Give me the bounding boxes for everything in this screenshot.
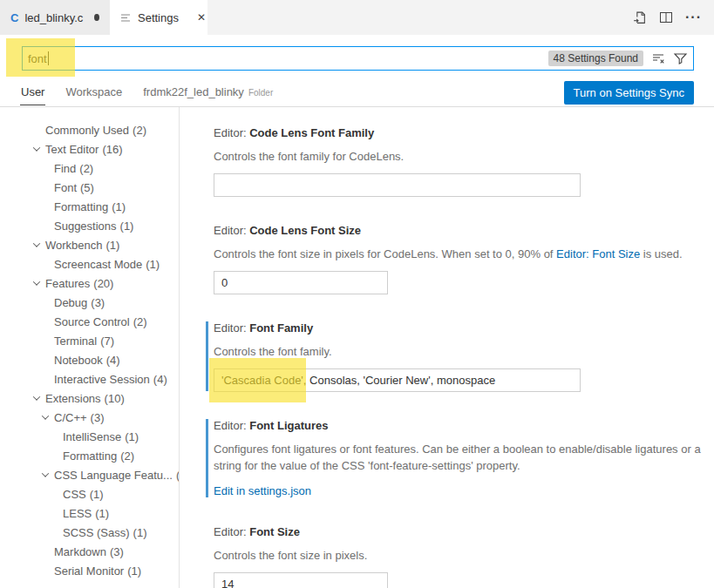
tree-item-label: Formatting: [63, 449, 117, 463]
tree-item-source-control[interactable]: Source Control(2): [0, 312, 179, 331]
tree-item-count: (3): [91, 296, 105, 309]
tree-item-label: Notebook: [54, 354, 103, 367]
setting-value-input[interactable]: 0: [214, 271, 388, 294]
setting-reference-link[interactable]: Editor: Font Size: [556, 247, 640, 260]
c-file-icon: C: [10, 11, 18, 24]
tree-item-find[interactable]: Find(2): [0, 159, 179, 178]
tree-item-count: (1): [125, 430, 139, 443]
tab-label: Settings: [138, 11, 179, 24]
tree-item-label: Debug: [54, 296, 87, 309]
editor-actions: ···: [632, 0, 714, 35]
tree-item-count: (1): [146, 258, 160, 271]
scope-tab-workspace[interactable]: Workspace: [65, 80, 123, 105]
setting-category: Editor:: [214, 321, 249, 335]
setting-category: Editor:: [214, 419, 249, 432]
settings-search-input[interactable]: font 48 Settings Found: [22, 46, 694, 71]
tree-item-font[interactable]: Font(5): [0, 178, 179, 197]
tree-item-label: CSS: [63, 488, 86, 501]
close-tab-icon[interactable]: ✕: [197, 11, 206, 24]
turn-on-settings-sync-button[interactable]: Turn on Settings Sync: [564, 81, 694, 105]
tree-item-serial-monitor[interactable]: Serial Monitor(1): [0, 561, 179, 580]
tree-item-c-c[interactable]: C/C++(3): [0, 408, 179, 427]
tree-item-scss-sass[interactable]: SCSS (Sass)(1): [0, 523, 179, 542]
tree-item-label: Find: [54, 162, 76, 175]
setting-name: Font Ligatures: [249, 419, 328, 432]
tree-item-screencast-mode[interactable]: Screencast Mode(1): [0, 254, 179, 274]
setting-description: Controls the font family for CodeLens.: [214, 148, 703, 165]
settings-scope-row: User Workspace frdmk22f_led_blinkyFolder…: [0, 78, 714, 107]
chevron-down-icon[interactable]: [33, 144, 40, 151]
chevron-down-icon[interactable]: [33, 240, 40, 247]
more-actions-icon[interactable]: ···: [685, 10, 702, 25]
tree-item-label: CSS Language Featu...: [54, 469, 173, 482]
setting-name: Font Family: [249, 321, 313, 335]
tree-item-label: Serial Monitor: [54, 564, 124, 578]
description-text: Controls the font family.: [214, 345, 332, 358]
open-settings-json-icon[interactable]: [632, 10, 647, 25]
tree-item-suggestions[interactable]: Suggestions(1): [0, 216, 179, 235]
tree-item-count: (2): [133, 315, 147, 328]
scope-tab-user[interactable]: User: [20, 80, 45, 105]
setting-name: Code Lens Font Size: [249, 224, 361, 237]
tree-item-features[interactable]: Features(20): [0, 274, 179, 293]
tree-item-markdown[interactable]: Markdown(3): [0, 542, 179, 561]
tree-item-label: Font: [54, 181, 77, 194]
tree-item-count: (5): [80, 181, 94, 194]
setting-font-family: Editor: Font FamilyControls the font fam…: [214, 321, 703, 392]
tree-item-count: (1): [133, 526, 147, 539]
tree-item-css-language-featu[interactable]: CSS Language Featu...(3): [0, 465, 179, 484]
tree-item-label: Workbench: [45, 239, 103, 252]
scope-tab-folder[interactable]: frdmk22f_led_blinkyFolder: [142, 80, 274, 105]
setting-description: Configures font ligatures or font featur…: [214, 441, 703, 474]
tab-settings[interactable]: Settings ✕: [110, 0, 207, 35]
tree-item-count: (1): [120, 220, 134, 233]
settings-body: Commonly Used(2)Text Editor(16)Find(2)Fo…: [0, 107, 714, 588]
split-editor-icon[interactable]: [659, 10, 673, 24]
tree-item-interactive-session[interactable]: Interactive Session(4): [0, 369, 179, 389]
tree-item-extensions[interactable]: Extensions(10): [0, 389, 179, 408]
description-text: Controls the font family for CodeLens.: [214, 150, 404, 163]
edit-in-settings-json-link[interactable]: Edit in settings.json: [214, 484, 311, 497]
setting-value-input[interactable]: [214, 173, 581, 197]
tree-item-count: (16): [102, 143, 122, 156]
setting-name: Code Lens Font Family: [249, 126, 374, 139]
tab-led-blinky[interactable]: C led_blinky.c: [0, 0, 110, 35]
tree-item-terminal[interactable]: Terminal(7): [0, 331, 179, 350]
tree-item-label: Formatting: [54, 200, 108, 213]
editor-tab-bar: C led_blinky.c Settings ✕: [0, 0, 714, 35]
setting-description: Controls the font size in pixels.: [214, 547, 703, 564]
modified-dot-icon[interactable]: [94, 14, 99, 21]
tree-item-less[interactable]: LESS(1): [0, 504, 179, 523]
tree-item-label: Terminal: [54, 335, 97, 348]
tree-item-notebook[interactable]: Notebook(4): [0, 350, 179, 369]
setting-title: Editor: Code Lens Font Size: [214, 223, 703, 239]
tree-item-count: (3): [110, 545, 124, 558]
tree-item-count: (2): [133, 124, 146, 137]
tree-item-count: (7): [100, 335, 114, 348]
tree-item-debug[interactable]: Debug(3): [0, 293, 179, 312]
chevron-down-icon[interactable]: [33, 278, 40, 285]
chevron-down-icon[interactable]: [42, 470, 49, 476]
tree-item-formatting[interactable]: Formatting(2): [0, 446, 179, 465]
tree-item-label: Suggestions: [54, 220, 117, 233]
description-text: Configures font ligatures or font featur…: [214, 443, 701, 472]
clear-search-results-icon[interactable]: [651, 51, 665, 65]
tree-item-count: (1): [112, 200, 126, 213]
setting-value-input[interactable]: 14: [214, 572, 388, 588]
tree-item-count: (4): [106, 354, 120, 367]
tree-item-commonly-used[interactable]: Commonly Used(2): [0, 120, 179, 139]
tree-item-label: Interactive Session: [54, 373, 150, 386]
filter-icon[interactable]: [673, 51, 688, 65]
tree-item-label: IntelliSense: [63, 430, 121, 443]
tree-item-intellisense[interactable]: IntelliSense(1): [0, 427, 179, 446]
chevron-down-icon[interactable]: [42, 412, 49, 419]
tree-item-css[interactable]: CSS(1): [0, 484, 179, 504]
setting-value-input[interactable]: 'Cascadia Code', Consolas, 'Courier New'…: [214, 368, 581, 392]
tree-item-label: Source Control: [54, 315, 130, 328]
chevron-down-icon[interactable]: [33, 393, 40, 400]
tree-item-formatting[interactable]: Formatting(1): [0, 197, 179, 216]
tree-item-text-editor[interactable]: Text Editor(16): [0, 139, 179, 159]
setting-category: Editor:: [214, 224, 249, 237]
tree-item-workbench[interactable]: Workbench(1): [0, 235, 179, 254]
description-text: Controls the font size in pixels for Cod…: [214, 247, 556, 260]
